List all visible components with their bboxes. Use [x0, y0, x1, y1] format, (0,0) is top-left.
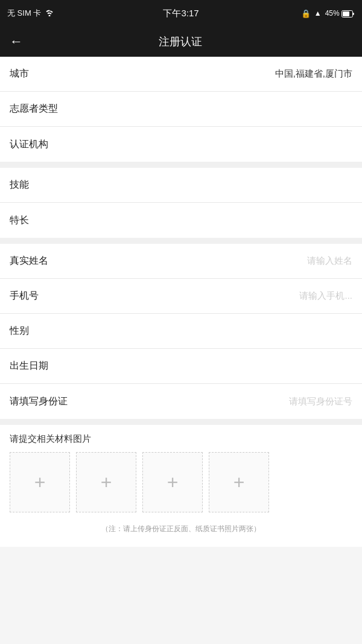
city-value: 中国,福建省,厦门市	[64, 68, 352, 80]
section-divider-3	[0, 419, 362, 425]
real-name-label: 真实姓名	[10, 255, 64, 267]
auth-org-row[interactable]: 认证机构	[0, 127, 362, 162]
upload-box-2[interactable]: +	[76, 452, 136, 512]
upload-title: 请提交相关材料图片	[10, 433, 352, 445]
skills-label: 技能	[10, 179, 64, 191]
plus-icon-1: +	[34, 473, 46, 492]
battery-text: 45%	[325, 9, 355, 18]
phone-label: 手机号	[10, 290, 64, 302]
wifi-icon	[45, 9, 54, 18]
gender-label: 性别	[10, 325, 64, 337]
section-divider-2	[0, 238, 362, 244]
upload-boxes: + + + +	[10, 452, 352, 512]
upload-box-3[interactable]: +	[142, 452, 203, 512]
gender-row[interactable]: 性别	[0, 314, 362, 349]
birthday-row[interactable]: 出生日期	[0, 349, 362, 384]
upload-box-4[interactable]: +	[209, 452, 269, 512]
auth-org-label: 认证机构	[10, 138, 64, 151]
status-right: 🔒 ▲ 45%	[301, 9, 355, 18]
form-section-1: 城市 中国,福建省,厦门市 志愿者类型 认证机构	[0, 57, 362, 162]
id-card-label: 请填写身份证	[10, 395, 68, 408]
plus-icon-4: +	[233, 473, 245, 492]
status-time: 下午3:17	[163, 8, 198, 19]
upload-box-1[interactable]: +	[10, 452, 70, 512]
status-bar: 无 SIM 卡 下午3:17 🔒 ▲ 45%	[0, 0, 362, 27]
nav-bar: ← 注册认证	[0, 27, 362, 57]
phone-placeholder: 请输入手机...	[64, 290, 352, 302]
lock-icon: 🔒	[301, 9, 311, 18]
svg-rect-1	[343, 11, 349, 16]
city-row[interactable]: 城市 中国,福建省,厦门市	[0, 57, 362, 92]
skills-row[interactable]: 技能	[0, 168, 362, 203]
volunteer-type-row[interactable]: 志愿者类型	[0, 92, 362, 127]
real-name-placeholder: 请输入姓名	[64, 255, 352, 267]
section-divider-1	[0, 162, 362, 168]
upload-note: （注：请上传身份证正反面、纸质证书照片两张）	[10, 520, 352, 541]
volunteer-type-label: 志愿者类型	[10, 103, 64, 115]
real-name-row[interactable]: 真实姓名 请输入姓名	[0, 244, 362, 279]
upload-section: 请提交相关材料图片 + + + + （注：请上传身份证正反面、纸质证书照片两张）	[0, 425, 362, 547]
plus-icon-3: +	[167, 473, 179, 492]
birthday-label: 出生日期	[10, 360, 64, 372]
id-card-placeholder: 请填写身份证号	[68, 396, 352, 407]
city-label: 城市	[10, 68, 64, 80]
page-title: 注册认证	[30, 34, 331, 49]
phone-row[interactable]: 手机号 请输入手机...	[0, 279, 362, 314]
status-left: 无 SIM 卡	[7, 8, 54, 19]
plus-icon-2: +	[101, 473, 112, 492]
specialties-label: 特长	[10, 214, 64, 227]
id-card-row[interactable]: 请填写身份证 请填写身份证号	[0, 384, 362, 419]
specialties-row[interactable]: 特长	[0, 203, 362, 238]
back-button[interactable]: ←	[10, 34, 23, 49]
carrier-text: 无 SIM 卡	[7, 8, 41, 19]
form-section-3: 真实姓名 请输入姓名 手机号 请输入手机... 性别 出生日期 请填写身份证 请…	[0, 244, 362, 419]
form-section-2: 技能 特长	[0, 168, 362, 238]
signal-icon: ▲	[314, 9, 322, 18]
